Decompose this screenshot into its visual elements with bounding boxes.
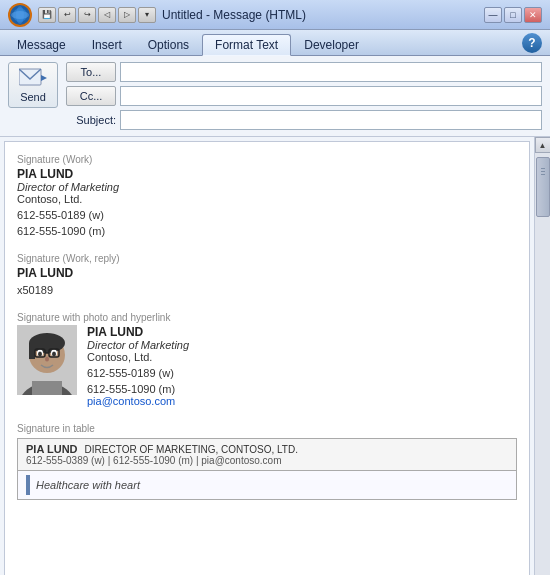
sig-work-label: Signature (Work)	[17, 154, 517, 165]
scroll-up-arrow[interactable]: ▲	[535, 137, 551, 153]
scroll-track[interactable]	[535, 153, 550, 575]
email-fields: To... Cc... Subject:	[66, 62, 542, 130]
sig-work-phone1: 612-555-0189 (w)	[17, 209, 517, 221]
forward-btn[interactable]: ▷	[118, 7, 136, 23]
sig-photo-row: PIA LUND Director of Marketing Contoso, …	[17, 325, 517, 407]
maximize-btn[interactable]: □	[504, 7, 522, 23]
cc-input[interactable]	[120, 86, 542, 106]
tab-options[interactable]: Options	[135, 34, 202, 55]
tab-insert[interactable]: Insert	[79, 34, 135, 55]
sig-work: Signature (Work) PIA LUND Director of Ma…	[17, 154, 517, 237]
sig-table-tagline-row: Healthcare with heart	[18, 471, 516, 499]
send-label: Send	[20, 91, 46, 103]
svg-marker-5	[41, 75, 47, 81]
tab-message[interactable]: Message	[4, 34, 79, 55]
title-bar: 💾 ↩ ↪ ◁ ▷ ▾ Untitled - Message (HTML) — …	[0, 0, 550, 30]
sig-photo-phone2: 612-555-1090 (m)	[87, 383, 189, 395]
sig-work-reply: Signature (Work, reply) PIA LUND x50189	[17, 253, 517, 296]
sig-table-contact: 612-555-0389 (w) | 612-555-1090 (m) | pi…	[26, 455, 508, 466]
undo-btn[interactable]: ↩	[58, 7, 76, 23]
sig-photo-image	[17, 325, 77, 395]
to-input[interactable]	[120, 62, 542, 82]
app-logo	[8, 3, 32, 27]
scroll-line-1	[541, 168, 545, 169]
subject-input[interactable]	[120, 110, 542, 130]
sig-photo-email[interactable]: pia@contoso.com	[87, 395, 189, 407]
sig-table-name-extra: DIRECTOR OF MARKETING, CONTOSO, LTD.	[85, 444, 298, 455]
vertical-scrollbar[interactable]: ▲ ▼	[534, 137, 550, 575]
sig-table-container: PIA LUND DIRECTOR OF MARKETING, CONTOSO,…	[17, 438, 517, 500]
tab-format-text[interactable]: Format Text	[202, 34, 291, 56]
redo-btn[interactable]: ↪	[78, 7, 96, 23]
sig-table-name: PIA LUND	[26, 443, 78, 455]
sig-photo-company: Contoso, Ltd.	[87, 351, 189, 363]
tab-developer[interactable]: Developer	[291, 34, 372, 55]
svg-point-14	[52, 352, 56, 357]
ribbon-tabs: Message Insert Options Format Text Devel…	[0, 30, 550, 56]
cc-row: Cc...	[66, 86, 542, 106]
sig-table: Signature in table PIA LUND DIRECTOR OF …	[17, 423, 517, 500]
cc-button[interactable]: Cc...	[66, 86, 116, 106]
email-header: Send To... Cc... Subject:	[0, 56, 550, 137]
subject-row: Subject:	[66, 110, 542, 130]
close-btn[interactable]: ✕	[524, 7, 542, 23]
window-controls: — □ ✕	[484, 7, 542, 23]
sig-photo: Signature with photo and hyperlink	[17, 312, 517, 407]
help-icon[interactable]: ?	[522, 33, 542, 53]
content-area: Signature (Work) PIA LUND Director of Ma…	[0, 137, 550, 575]
sig-table-label: Signature in table	[17, 423, 517, 434]
window-title: Untitled - Message (HTML)	[162, 8, 484, 22]
sig-photo-title: Director of Marketing	[87, 339, 189, 351]
minimize-btn[interactable]: —	[484, 7, 502, 23]
dropdown-btn[interactable]: ▾	[138, 7, 156, 23]
sig-table-tagline: Healthcare with heart	[36, 479, 140, 491]
sig-work-company: Contoso, Ltd.	[17, 193, 517, 205]
scroll-thumb-lines	[541, 168, 545, 208]
svg-rect-10	[29, 343, 35, 359]
sig-reply-extra: x50189	[17, 284, 517, 296]
svg-point-18	[45, 357, 49, 362]
sig-photo-text: PIA LUND Director of Marketing Contoso, …	[87, 325, 189, 407]
svg-rect-19	[32, 381, 62, 395]
to-button[interactable]: To...	[66, 62, 116, 82]
svg-point-3	[11, 11, 29, 19]
subject-label: Subject:	[66, 114, 116, 126]
sig-table-accent	[26, 475, 30, 495]
scroll-thumb[interactable]	[536, 157, 550, 217]
sig-reply-label: Signature (Work, reply)	[17, 253, 517, 264]
to-row: To...	[66, 62, 542, 82]
sig-table-main-row: PIA LUND DIRECTOR OF MARKETING, CONTOSO,…	[18, 439, 516, 471]
sig-photo-phone1: 612-555-0189 (w)	[87, 367, 189, 379]
sig-work-title: Director of Marketing	[17, 181, 517, 193]
sig-photo-label: Signature with photo and hyperlink	[17, 312, 517, 323]
sig-photo-name: PIA LUND	[87, 325, 189, 339]
back-btn[interactable]: ◁	[98, 7, 116, 23]
sig-work-name: PIA LUND	[17, 167, 517, 181]
sig-work-phone2: 612-555-1090 (m)	[17, 225, 517, 237]
svg-point-13	[38, 352, 42, 357]
sig-reply-name: PIA LUND	[17, 266, 517, 280]
scroll-line-3	[541, 174, 545, 175]
scroll-line-2	[541, 171, 545, 172]
save-quick-btn[interactable]: 💾	[38, 7, 56, 23]
send-button[interactable]: Send	[8, 62, 58, 108]
email-body[interactable]: Signature (Work) PIA LUND Director of Ma…	[4, 141, 530, 575]
quick-access-toolbar: 💾 ↩ ↪ ◁ ▷ ▾	[38, 7, 156, 23]
sig-table-name-row: PIA LUND DIRECTOR OF MARKETING, CONTOSO,…	[26, 443, 508, 455]
